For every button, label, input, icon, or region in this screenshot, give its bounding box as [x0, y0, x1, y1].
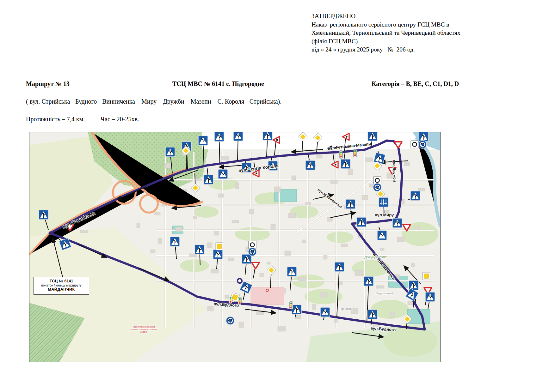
- lanes-sign-icon: [379, 197, 388, 207]
- cross-sign-icon: [320, 307, 330, 317]
- traffic-light-icon: [354, 149, 357, 157]
- cross-sign-icon: [410, 191, 420, 201]
- route-time: Час – 20-25хв.: [101, 116, 139, 123]
- cross-sign-icon: [204, 175, 213, 184]
- street-label: Дендрарій ТНПУ: [364, 256, 387, 259]
- cross-sign-icon: [368, 132, 377, 141]
- rabout-sign-icon: [248, 248, 256, 256]
- title-row: Маршрут № 13 ТСЦ МВС № 6141 с. Підгородн…: [0, 80, 555, 90]
- approval-line: ЗАТВЕРДЖЕНО: [311, 12, 493, 21]
- street-label: лікарня: [140, 331, 148, 333]
- approval-date-line: від « 24 » грудня 2025 року № 206 од.: [311, 45, 493, 54]
- approval-line: Хмельницькій, Тернопільській та Чернівец…: [311, 29, 493, 37]
- tsc-box-line3: МАЙДАНЧИК: [34, 287, 89, 292]
- cross-sign-icon: [218, 169, 228, 179]
- cross-sign-icon: [213, 250, 223, 259]
- cross-sign-icon: [287, 267, 297, 276]
- cross-sign-icon: [368, 310, 377, 319]
- cross-sign-icon: [341, 159, 350, 169]
- tsc-box-line2: початок / кінець маршруту: [34, 283, 89, 287]
- cross-sign-icon: [357, 217, 366, 227]
- cross-sign-icon: [263, 132, 272, 140]
- cross-sign-icon: [170, 237, 180, 246]
- cross-sign-icon: [195, 245, 204, 254]
- ysquare-sign-icon: [215, 243, 223, 250]
- cross-sign-icon: [374, 153, 385, 164]
- route-length: Протяжність – 7,4 км.: [26, 116, 85, 123]
- traffic-light-icon: [339, 151, 342, 158]
- cross-sign-icon: [419, 132, 429, 142]
- cross-sign-icon: [292, 305, 301, 314]
- cross-sign-icon: [364, 276, 373, 286]
- tsc-box-line1: ТСЦ № 6141: [34, 279, 89, 283]
- cross-sign-icon: [335, 262, 344, 272]
- rabout-sign-icon: [226, 317, 234, 325]
- ysquare-sign-icon: [422, 272, 430, 280]
- street-label: Тернопіль: [339, 307, 352, 311]
- tsc-title: ТСЦ МВС № 6141 с. Підгородне: [172, 80, 264, 87]
- tsc-start-label-box: ТСЦ № 6141 початок / кінець маршруту МАЙ…: [34, 277, 89, 295]
- route-number-title: Маршрут № 13: [26, 80, 70, 87]
- cross-sign-icon: [233, 132, 243, 141]
- cross-sign-icon: [214, 132, 224, 142]
- approval-block: ЗАТВЕРДЖЕНО Наказ регіонального сервісно…: [311, 12, 493, 54]
- cross-sign-icon: [425, 292, 435, 302]
- cross-sign-icon: [346, 199, 355, 209]
- street-label: Педагогічний: [376, 292, 393, 295]
- cross-sign-icon: [198, 136, 208, 145]
- street-label: вул.Миру: [375, 213, 394, 217]
- cross-sign-icon: [377, 231, 387, 240]
- category-title: Категорія – B, BE, C, C1, D1, D: [372, 80, 459, 87]
- route-map: вул.Стрийськавул.Сергія Королявул.Гетьма…: [29, 132, 441, 362]
- street-label: вул.Дружби: [392, 160, 397, 182]
- approval-line: Наказ регіонального сервісного центру ГС…: [311, 21, 493, 29]
- document-page: ЗАТВЕРДЖЕНО Наказ регіонального сервісно…: [0, 0, 555, 392]
- rabout-sign-icon: [418, 140, 427, 148]
- cross-sign-icon: [242, 254, 251, 264]
- street-label: Тернопільська обласна: [133, 326, 155, 328]
- cross-sign-icon: [165, 147, 175, 157]
- route-map-canvas: вул.Стрийськавул.Сергія Королявул.Гетьма…: [29, 132, 440, 362]
- street-label: клінічна психоневрологічна: [131, 328, 157, 331]
- cross-sign-icon: [305, 160, 315, 170]
- cross-sign-icon: [39, 210, 48, 220]
- approval-line: (філія ГСЦ МВС): [311, 37, 493, 46]
- route-streets-line: ( вул. Стрийська - Будного - Винниченка …: [26, 98, 281, 105]
- ring-sign-icon: [411, 141, 418, 148]
- cross-sign-icon: [392, 218, 402, 228]
- traffic-light-icon: [290, 302, 293, 309]
